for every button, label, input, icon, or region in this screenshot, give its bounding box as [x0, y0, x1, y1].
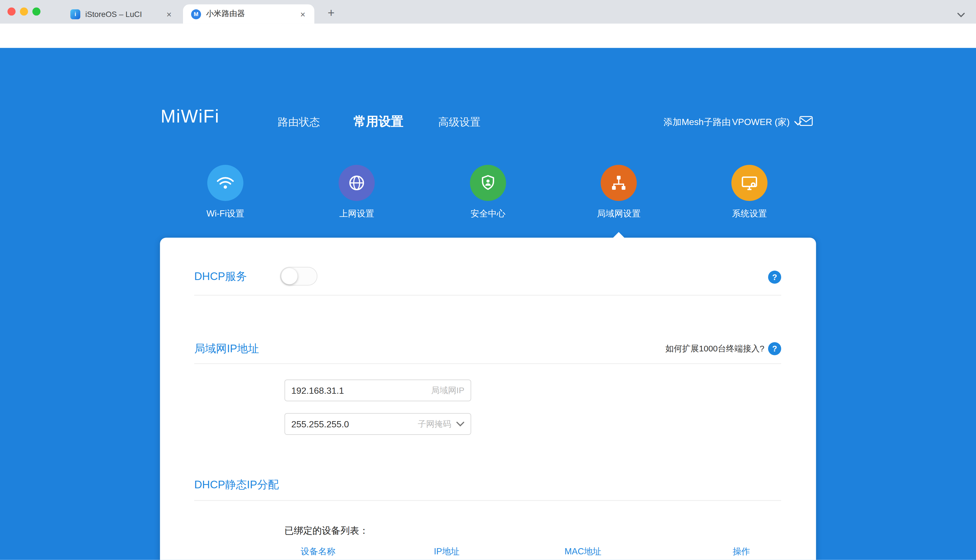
account-name: VPOWER (家) — [732, 116, 790, 128]
nav-router-status[interactable]: 路由状态 — [278, 115, 320, 130]
globe-icon — [339, 165, 375, 201]
tab-close-icon[interactable]: × — [164, 9, 174, 19]
miwifi-page: MiWiFi 路由状态 常用设置 高级设置 添加Mesh子路由 VPOWER (… — [0, 48, 976, 560]
miwifi-logo: MiWiFi — [161, 107, 219, 127]
add-mesh-link[interactable]: 添加Mesh子路由 — [664, 116, 731, 128]
wifi-icon — [207, 165, 244, 201]
col-device-name: 设备名称 — [301, 546, 335, 557]
tab-title: 小米路由器 — [206, 9, 293, 19]
col-ip-address: IP地址 — [434, 546, 459, 557]
browser-tab-strip: i iStoreOS – LuCI × M 小米路由器 × + — [0, 0, 976, 24]
lan-ip-title: 局域网IP地址 — [194, 341, 259, 356]
dhcp-toggle-off[interactable] — [280, 267, 317, 286]
lan-settings-card: DHCP服务 ? 局域网IP地址 如何扩展1000台终端接入? ? 局域网IP … — [160, 238, 816, 560]
browser-toolbar: 不安全 192.168.31.1/cgi-bin/luci/;stok=bd3c… — [0, 24, 976, 48]
mail-icon[interactable] — [799, 116, 813, 129]
dhcp-service-title: DHCP服务 — [194, 269, 247, 284]
bound-device-list-title: 已绑定的设备列表： — [284, 525, 369, 537]
istoreos-favicon-icon: i — [70, 9, 80, 19]
subnet-mask-chevron-icon[interactable] — [456, 421, 465, 427]
nav-advanced-settings[interactable]: 高级设置 — [438, 115, 480, 130]
dhcp-static-title: DHCP静态IP分配 — [194, 477, 279, 492]
account-dropdown[interactable]: VPOWER (家) — [732, 116, 801, 128]
quick-security-center[interactable]: 安全中心 — [444, 165, 532, 220]
quick-wifi-settings[interactable]: Wi-Fi设置 — [182, 165, 269, 220]
quick-internet-settings[interactable]: 上网设置 — [313, 165, 400, 220]
quick-system-settings[interactable]: 系统设置 — [706, 165, 793, 220]
macos-close-button[interactable] — [7, 7, 15, 15]
lan-ip-field-label: 局域网IP — [431, 385, 464, 396]
quick-label: 上网设置 — [313, 208, 400, 220]
tab-close-icon[interactable]: × — [298, 9, 308, 19]
macos-zoom-button[interactable] — [32, 7, 41, 15]
col-mac-address: MAC地址 — [564, 546, 601, 557]
subnet-mask-field: 子网掩码 — [284, 413, 471, 435]
shield-person-icon — [470, 165, 506, 201]
expand-help-text: 如何扩展1000台终端接入? — [666, 343, 764, 355]
lan-sitemap-icon — [601, 165, 637, 201]
tab-search-chevron-icon[interactable] — [958, 9, 965, 20]
macos-minimize-button[interactable] — [20, 7, 28, 15]
quick-label: 安全中心 — [444, 208, 532, 220]
quick-label: 系统设置 — [706, 208, 793, 220]
section-divider — [194, 363, 781, 364]
lan-help-icon[interactable]: ? — [768, 342, 781, 355]
section-divider — [194, 500, 781, 501]
lan-ip-input[interactable] — [292, 385, 431, 395]
subnet-mask-field-label: 子网掩码 — [418, 418, 451, 430]
card-pointer — [613, 232, 624, 238]
tab-miwifi-active[interactable]: M 小米路由器 × — [183, 4, 314, 23]
dhcp-help-icon[interactable]: ? — [768, 271, 781, 284]
screenshot-root: i iStoreOS – LuCI × M 小米路由器 × + — [0, 0, 976, 560]
quick-lan-settings-active[interactable]: 局域网设置 — [575, 165, 662, 220]
expand-help-row: 如何扩展1000台终端接入? ? — [666, 342, 781, 355]
new-tab-button[interactable]: + — [324, 6, 339, 21]
lan-ip-field: 局域网IP — [284, 379, 471, 401]
tab-istoreos[interactable]: i iStoreOS – LuCI × — [62, 4, 180, 23]
device-table-header: 设备名称 IP地址 MAC地址 操作 — [284, 543, 781, 560]
subnet-mask-input[interactable] — [292, 419, 418, 429]
quick-label: 局域网设置 — [575, 208, 662, 220]
section-divider — [194, 295, 781, 295]
tab-title: iStoreOS – LuCI — [85, 10, 159, 18]
quick-label: Wi-Fi设置 — [182, 208, 269, 220]
toggle-knob — [281, 268, 297, 284]
nav-common-settings[interactable]: 常用设置 — [354, 113, 403, 130]
miwifi-favicon-icon: M — [191, 9, 201, 19]
col-actions: 操作 — [732, 546, 750, 557]
system-gear-icon — [731, 165, 767, 201]
